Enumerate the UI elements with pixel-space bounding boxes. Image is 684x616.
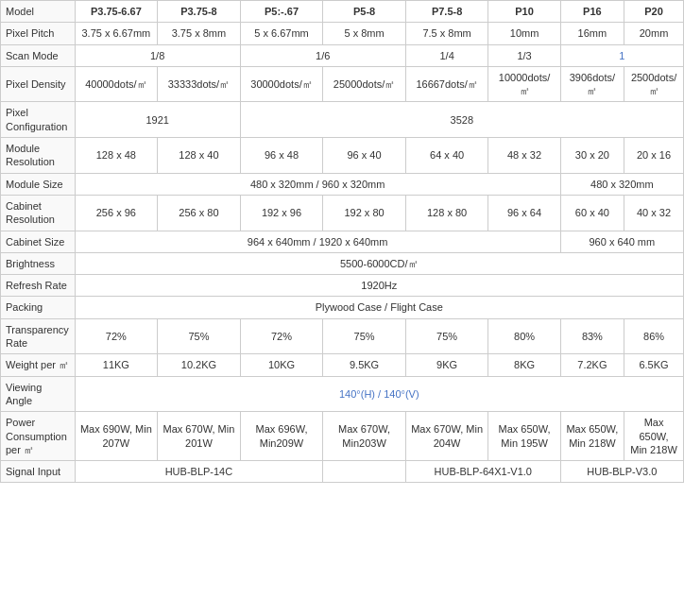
row-header-3: Pixel Configuration bbox=[1, 102, 76, 138]
cell-6-3: 192 x 80 bbox=[323, 195, 406, 231]
cell-0-3: 5 x 8mm bbox=[323, 23, 406, 44]
cell-14-7: Max 650W, Min 218W bbox=[624, 412, 684, 461]
cell-4-3: 96 x 40 bbox=[323, 138, 406, 174]
cell-0-0: 3.75 x 6.67mm bbox=[75, 23, 158, 44]
cell-15-1 bbox=[323, 461, 406, 483]
cell-12-7: 6.5KG bbox=[624, 354, 684, 376]
cell-0-6: 16mm bbox=[560, 23, 624, 44]
cell-1-4: 1 bbox=[560, 44, 683, 66]
cell-5-0: 480 x 320mm / 960 x 320mm bbox=[75, 173, 560, 195]
cell-6-5: 96 x 64 bbox=[488, 195, 560, 231]
cell-2-2: 30000dots/㎡ bbox=[240, 66, 323, 102]
cell-12-2: 10KG bbox=[240, 354, 323, 376]
cell-14-2: Max 696W, Min209W bbox=[240, 412, 323, 461]
cell-11-2: 72% bbox=[240, 318, 323, 354]
cell-14-3: Max 670W, Min203W bbox=[323, 412, 406, 461]
cell-1-2: 1/4 bbox=[405, 44, 488, 66]
cell-0-5: 10mm bbox=[488, 23, 560, 44]
cell-2-0: 40000dots/㎡ bbox=[75, 66, 158, 102]
row-header-0: Pixel Pitch bbox=[1, 23, 76, 44]
row-header-14: Power Consumption per ㎡ bbox=[1, 412, 76, 461]
cell-0-4: 7.5 x 8mm bbox=[405, 23, 488, 44]
row-header-6: Cabinet Resolution bbox=[1, 195, 76, 231]
row-header-7: Cabinet Size bbox=[1, 231, 76, 252]
row-header-1: Scan Mode bbox=[1, 44, 76, 66]
cell-6-1: 256 x 80 bbox=[158, 195, 241, 231]
cell-11-4: 75% bbox=[405, 318, 488, 354]
cell-2-1: 33333dots/㎡ bbox=[158, 66, 241, 102]
cell-11-7: 86% bbox=[624, 318, 684, 354]
cell-2-7: 2500dots/㎡ bbox=[624, 66, 684, 102]
cell-15-0: HUB-BLP-14C bbox=[75, 461, 323, 483]
cell-11-3: 75% bbox=[323, 318, 406, 354]
col-header-label: Model bbox=[1, 1, 76, 23]
cell-2-5: 10000dots/㎡ bbox=[488, 66, 560, 102]
cell-14-1: Max 670W, Min 201W bbox=[158, 412, 241, 461]
cell-4-6: 30 x 20 bbox=[560, 138, 624, 174]
row-header-11: Transparency Rate bbox=[1, 318, 76, 354]
table-container: ModelP3.75-6.67P3.75-8P5:-.67P5-8P7.5-8P… bbox=[0, 0, 684, 483]
cell-11-0: 72% bbox=[75, 318, 158, 354]
cell-12-0: 11KG bbox=[75, 354, 158, 376]
row-header-4: Module Resolution bbox=[1, 138, 76, 174]
cell-15-3: HUB-BLP-V3.0 bbox=[560, 461, 683, 483]
cell-6-2: 192 x 96 bbox=[240, 195, 323, 231]
cell-1-3: 1/3 bbox=[488, 44, 560, 66]
cell-12-1: 10.2KG bbox=[158, 354, 241, 376]
cell-3-1: 3528 bbox=[240, 102, 683, 138]
cell-4-1: 128 x 40 bbox=[158, 138, 241, 174]
cell-4-2: 96 x 48 bbox=[240, 138, 323, 174]
col-header-1: P3.75-8 bbox=[158, 1, 241, 23]
cell-7-1: 960 x 640 mm bbox=[560, 231, 683, 252]
cell-11-1: 75% bbox=[158, 318, 241, 354]
cell-4-4: 64 x 40 bbox=[405, 138, 488, 174]
cell-6-7: 40 x 32 bbox=[624, 195, 684, 231]
spec-table: ModelP3.75-6.67P3.75-8P5:-.67P5-8P7.5-8P… bbox=[0, 0, 684, 483]
row-header-15: Signal Input bbox=[1, 461, 76, 483]
cell-6-0: 256 x 96 bbox=[75, 195, 158, 231]
cell-4-7: 20 x 16 bbox=[624, 138, 684, 174]
cell-14-6: Max 650W, Min 218W bbox=[560, 412, 624, 461]
cell-12-6: 7.2KG bbox=[560, 354, 624, 376]
cell-12-5: 8KG bbox=[488, 354, 560, 376]
cell-7-0: 964 x 640mm / 1920 x 640mm bbox=[75, 231, 560, 252]
cell-0-2: 5 x 6.67mm bbox=[240, 23, 323, 44]
cell-6-6: 60 x 40 bbox=[560, 195, 624, 231]
cell-14-0: Max 690W, Min 207W bbox=[75, 412, 158, 461]
cell-11-6: 83% bbox=[560, 318, 624, 354]
cell-3-0: 1921 bbox=[75, 102, 240, 138]
cell-5-1: 480 x 320mm bbox=[560, 173, 683, 195]
col-header-4: P7.5-8 bbox=[405, 1, 488, 23]
cell-12-3: 9.5KG bbox=[323, 354, 406, 376]
cell-14-5: Max 650W, Min 195W bbox=[488, 412, 560, 461]
cell-9-0: 1920Hz bbox=[75, 275, 683, 297]
row-header-9: Refresh Rate bbox=[1, 275, 76, 297]
cell-12-4: 9KG bbox=[405, 354, 488, 376]
cell-6-4: 128 x 80 bbox=[405, 195, 488, 231]
cell-15-2: HUB-BLP-64X1-V1.0 bbox=[405, 461, 560, 483]
cell-11-5: 80% bbox=[488, 318, 560, 354]
col-header-3: P5-8 bbox=[323, 1, 406, 23]
row-header-2: Pixel Density bbox=[1, 66, 76, 102]
row-header-10: Packing bbox=[1, 297, 76, 318]
cell-8-0: 5500-6000CD/㎡ bbox=[75, 252, 683, 274]
col-header-6: P16 bbox=[560, 1, 624, 23]
cell-1-1: 1/6 bbox=[240, 44, 405, 66]
cell-0-1: 3.75 x 8mm bbox=[158, 23, 241, 44]
cell-2-6: 3906dots/㎡ bbox=[560, 66, 624, 102]
row-header-8: Brightness bbox=[1, 252, 76, 274]
cell-13-0: 140°(H) / 140°(V) bbox=[75, 376, 683, 412]
cell-0-7: 20mm bbox=[624, 23, 684, 44]
col-header-5: P10 bbox=[488, 1, 560, 23]
cell-1-0: 1/8 bbox=[75, 44, 240, 66]
cell-2-4: 16667dots/㎡ bbox=[405, 66, 488, 102]
cell-2-3: 25000dots/㎡ bbox=[323, 66, 406, 102]
row-header-12: Weight per ㎡ bbox=[1, 354, 76, 376]
col-header-2: P5:-.67 bbox=[240, 1, 323, 23]
cell-14-4: Max 670W, Min 204W bbox=[405, 412, 488, 461]
cell-4-5: 48 x 32 bbox=[488, 138, 560, 174]
cell-4-0: 128 x 48 bbox=[75, 138, 158, 174]
row-header-5: Module Size bbox=[1, 173, 76, 195]
col-header-0: P3.75-6.67 bbox=[75, 1, 158, 23]
row-header-13: Viewing Angle bbox=[1, 376, 76, 412]
